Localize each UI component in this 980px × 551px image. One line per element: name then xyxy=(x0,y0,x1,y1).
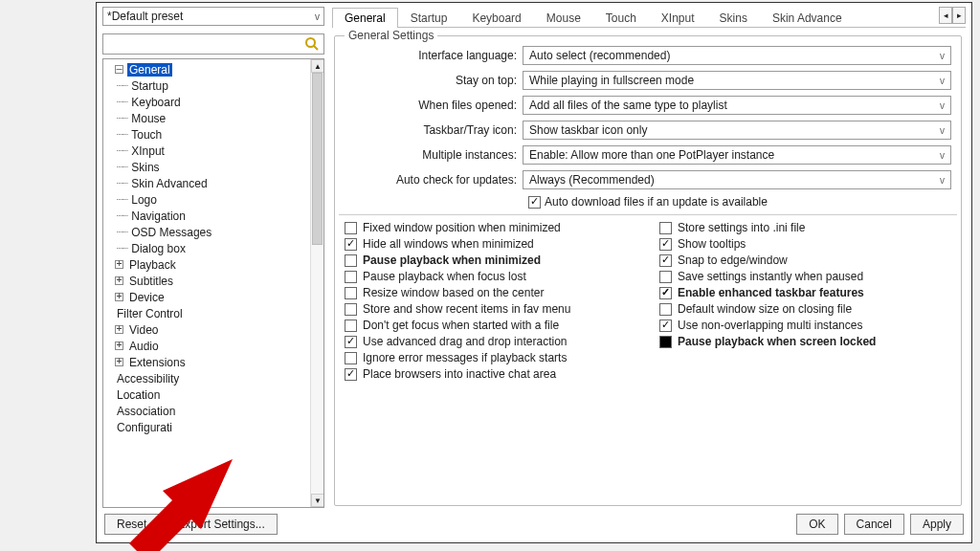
tree-node[interactable]: –General xyxy=(107,61,310,77)
checkbox[interactable] xyxy=(659,238,672,251)
form-dropdown[interactable]: Always (Recommended)v xyxy=(523,170,951,189)
auto-download-row: Auto download files if an update is avai… xyxy=(345,195,951,209)
tree-search-input[interactable] xyxy=(102,33,324,55)
plus-icon[interactable]: + xyxy=(115,260,123,269)
tree-node[interactable]: ┈┈Mouse xyxy=(107,110,310,126)
tree-node[interactable]: ┈┈Touch xyxy=(107,126,310,143)
tree-node-label: Dialog box xyxy=(129,242,188,255)
checkbox[interactable] xyxy=(345,287,357,299)
form-dropdown[interactable]: While playing in fullscreen modev xyxy=(523,71,951,90)
checkbox[interactable] xyxy=(659,287,672,299)
checkbox-item: Pause playback when screen locked xyxy=(659,335,951,348)
tree-node[interactable]: Association xyxy=(107,403,310,419)
tree-node[interactable]: ┈┈Skins xyxy=(107,159,310,175)
tab-xinput[interactable]: XInput xyxy=(649,8,707,28)
checkbox[interactable] xyxy=(345,238,357,251)
tab-general[interactable]: General xyxy=(332,8,398,28)
ok-button[interactable]: OK xyxy=(796,514,837,535)
tree-node[interactable]: ┈┈Logo xyxy=(107,191,310,208)
checkbox[interactable] xyxy=(345,320,357,332)
checkbox-label: Show tooltips xyxy=(678,237,746,251)
apply-button[interactable]: Apply xyxy=(910,514,964,535)
form-row: Stay on top:While playing in fullscreen … xyxy=(345,71,951,90)
tree-node[interactable]: Location xyxy=(107,386,310,403)
form-dropdown[interactable]: Show taskbar icon onlyv xyxy=(523,121,951,140)
tree-node-label: Skin Advanced xyxy=(129,177,209,190)
form-dropdown[interactable]: Add all files of the same type to playli… xyxy=(523,96,951,115)
tree-node[interactable]: ┈┈Skin Advanced xyxy=(107,175,310,191)
reset-button[interactable]: Reset xyxy=(104,514,159,535)
tree-node-label: General xyxy=(127,63,172,77)
tree-node[interactable]: Configurati xyxy=(107,419,310,435)
checkbox-label: Pause playback when screen locked xyxy=(678,335,876,348)
tree-node-label: Keyboard xyxy=(129,96,182,109)
tree-node[interactable]: ┈┈XInput xyxy=(107,143,310,159)
preset-dropdown[interactable]: *Default preset v xyxy=(102,7,324,26)
scroll-down-icon[interactable]: ▼ xyxy=(311,494,324,507)
dropdown-value: Enable: Allow more than one PotPlayer in… xyxy=(529,148,774,162)
tab-skins[interactable]: Skins xyxy=(707,8,760,28)
tree-node[interactable]: Filter Control xyxy=(107,305,310,321)
checkbox-label: Use non-overlapping multi instances xyxy=(678,319,862,332)
export-button[interactable]: Export Settings... xyxy=(165,514,277,535)
checkbox-label: Default window size on closing file xyxy=(678,302,852,316)
minus-icon[interactable]: – xyxy=(115,65,123,74)
checkbox-item: Fixed window position when minimized xyxy=(345,221,636,234)
dropdown-value: Add all files of the same type to playli… xyxy=(529,99,727,112)
checkbox-label: Don't get focus when started with a file xyxy=(363,319,559,332)
tree-node-label: Audio xyxy=(127,340,161,353)
tab-startup[interactable]: Startup xyxy=(398,8,460,28)
dropdown-value: Always (Recommended) xyxy=(529,173,655,187)
tree-node-label: Video xyxy=(127,323,160,337)
tree-node-label: Location xyxy=(115,388,162,402)
auto-download-checkbox[interactable] xyxy=(528,196,541,209)
cancel-button[interactable]: Cancel xyxy=(844,514,904,535)
checkbox[interactable] xyxy=(345,254,357,267)
tree-node[interactable]: +Extensions xyxy=(107,354,310,370)
checkbox[interactable] xyxy=(659,271,672,283)
tree-node[interactable]: ┈┈OSD Messages xyxy=(107,224,310,240)
plus-icon[interactable]: + xyxy=(115,293,123,301)
tab-skin-advance[interactable]: Skin Advance xyxy=(760,8,855,28)
tree-node[interactable]: ┈┈Navigation xyxy=(107,208,310,224)
tab-scroll-right[interactable]: ▸ xyxy=(952,7,966,24)
tree-node-label: Mouse xyxy=(129,112,167,125)
checkbox[interactable] xyxy=(345,336,357,348)
plus-icon[interactable]: + xyxy=(115,358,123,366)
checkbox[interactable] xyxy=(345,271,357,283)
settings-panel: General Settings Interface language:Auto… xyxy=(332,33,966,508)
checkbox[interactable] xyxy=(659,336,672,348)
tree-node[interactable]: ┈┈Keyboard xyxy=(107,94,310,110)
tree-node[interactable]: +Subtitles xyxy=(107,273,310,289)
tree-node[interactable]: +Video xyxy=(107,321,310,338)
checkbox[interactable] xyxy=(659,222,672,234)
tree-node[interactable]: +Device xyxy=(107,289,310,305)
checkbox-item: Default window size on closing file xyxy=(659,302,951,316)
checkbox[interactable] xyxy=(345,303,357,316)
plus-icon[interactable]: + xyxy=(115,276,123,285)
scroll-thumb[interactable] xyxy=(312,73,323,245)
tab-touch[interactable]: Touch xyxy=(593,8,649,28)
plus-icon[interactable]: + xyxy=(115,325,123,334)
tab-keyboard[interactable]: Keyboard xyxy=(459,8,533,28)
checkbox[interactable] xyxy=(345,352,357,364)
tree-node[interactable]: ┈┈Startup xyxy=(107,77,310,94)
scroll-up-icon[interactable]: ▲ xyxy=(311,59,324,73)
checkbox[interactable] xyxy=(659,303,672,316)
checkbox[interactable] xyxy=(345,222,357,234)
tree-node[interactable]: +Audio xyxy=(107,338,310,354)
form-dropdown[interactable]: Enable: Allow more than one PotPlayer in… xyxy=(523,145,951,165)
form-dropdown[interactable]: Auto select (recommended)v xyxy=(523,46,951,65)
tab-scroll-left[interactable]: ◂ xyxy=(939,7,952,24)
tab-mouse[interactable]: Mouse xyxy=(534,8,593,28)
tree-node[interactable]: ┈┈Dialog box xyxy=(107,240,310,256)
tree-node[interactable]: +Playback xyxy=(107,256,310,273)
tree-scrollbar[interactable]: ▲ ▼ xyxy=(310,59,323,507)
checkbox[interactable] xyxy=(659,254,672,267)
checkbox[interactable] xyxy=(659,320,672,332)
plus-icon[interactable]: + xyxy=(115,342,123,350)
tree-node[interactable]: Accessibility xyxy=(107,370,310,386)
checkbox[interactable] xyxy=(345,368,357,381)
preset-label: *Default preset xyxy=(107,10,183,23)
checkbox-label: Place browsers into inactive chat area xyxy=(363,367,556,381)
